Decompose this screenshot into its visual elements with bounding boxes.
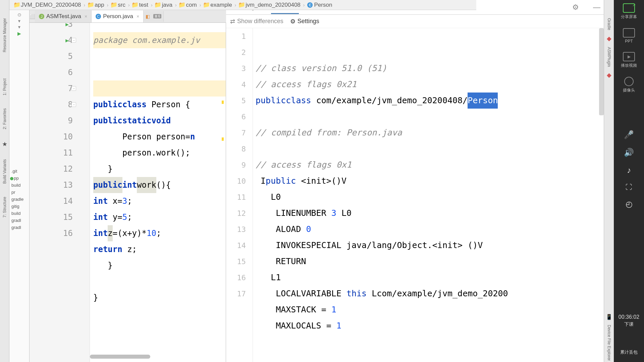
run-icon[interactable]: ▶ <box>17 31 21 36</box>
code-line[interactable]: return z; <box>93 241 226 257</box>
bytecode-line[interactable]: INVOKESPECIAL java/lang/Object.<init> ()… <box>256 237 604 253</box>
vertical-scrollbar[interactable] <box>599 28 604 115</box>
bytecode-line[interactable]: MAXLOCALS = 1 <box>256 318 604 334</box>
bytecode-line[interactable]: MAXSTACK = 1 <box>256 302 604 318</box>
share-screen-button[interactable]: ↗ 分享屏幕 <box>621 3 637 20</box>
marker-icon[interactable] <box>222 101 224 104</box>
expand-icon[interactable]: ▼ <box>17 25 21 29</box>
bytecode-line[interactable]: public class com/example/jvm_demo_202004… <box>256 93 604 109</box>
code-line[interactable] <box>93 80 226 97</box>
folder-icon: 📁 <box>179 2 185 8</box>
tab-person[interactable]: C Person.java × <box>92 10 144 22</box>
expand-icon[interactable]: ⬜ <box>30 14 35 19</box>
tab-label: ASMTest.java <box>46 13 81 20</box>
bytecode-line[interactable]: // compiled from: Person.java <box>256 125 604 141</box>
breadcrumb-item[interactable]: 📁example <box>202 1 234 9</box>
breadcrumb: 📁JVM_DEMO_20200408› 📁app› 📁src› 📁test› 📁… <box>9 0 476 10</box>
tab-bytecode-view[interactable]: ◧ ≣ 6 <box>144 11 164 22</box>
collapse-icon[interactable]: ▼ <box>17 19 21 23</box>
code-line[interactable]: int z=(x+y)*10; <box>93 225 226 241</box>
bytecode-line[interactable]: RETURN <box>256 253 604 269</box>
sidebar-gradle[interactable]: Gradle <box>607 17 611 32</box>
gear-icon[interactable]: ⚙ <box>572 3 579 12</box>
tree-item[interactable]: build <box>10 182 29 189</box>
sidebar-favorites[interactable]: 2: Favorites <box>2 107 7 131</box>
java-file-icon: J <box>39 14 44 19</box>
tree-item[interactable]: gradl <box>10 217 29 224</box>
asm-red-icon[interactable]: ◆ <box>607 71 611 79</box>
close-icon[interactable]: × <box>137 14 139 19</box>
breadcrumb-item[interactable]: 📁jvm_demo_20200408 <box>237 1 303 9</box>
breadcrumb-item[interactable]: 📁java <box>153 1 174 9</box>
asm-red-icon[interactable]: ◆ <box>607 35 611 42</box>
code-line[interactable]: } <box>93 290 226 306</box>
monitor-share-icon: ↗ <box>623 3 635 13</box>
tree-item[interactable]: gitig <box>10 203 29 210</box>
show-differences-button[interactable]: ⇄Show differences <box>230 18 283 25</box>
code-line[interactable]: Person person=n <box>93 129 226 145</box>
music-button[interactable]: ♪ <box>627 166 631 175</box>
target-icon[interactable]: ⊙ <box>17 12 21 17</box>
code-line[interactable]: int y=5; <box>93 209 226 225</box>
bytecode-line[interactable]: // access flags 0x1 <box>256 157 604 173</box>
code-editor[interactable]: 23▶4▶−567−8−910111213141516 package com.… <box>30 0 226 362</box>
folder-icon: 📁 <box>88 2 93 8</box>
mic-button[interactable]: 🎤 <box>624 130 634 139</box>
bytecode-line[interactable]: L1 <box>256 269 604 286</box>
breadcrumb-item[interactable]: CPerson <box>305 1 334 9</box>
code-line[interactable] <box>93 306 226 322</box>
tree-item[interactable]: pr <box>10 189 29 196</box>
sidebar-structure[interactable]: 7: Structure <box>2 195 7 219</box>
horizontal-scrollbar[interactable] <box>90 355 150 359</box>
bytecode-line[interactable]: LINENUMBER 3 L0 <box>256 205 604 221</box>
code-line[interactable]: public static void <box>93 113 226 129</box>
tree-item[interactable]: build <box>10 210 29 217</box>
code-line[interactable]: int x=3; <box>93 193 226 209</box>
bytecode-area[interactable]: 1234567891011121314151617 // class versi… <box>226 28 604 362</box>
ppt-button[interactable]: PPT <box>623 28 635 44</box>
bytecode-line[interactable]: L0 <box>256 189 604 205</box>
bytecode-line[interactable]: // access flags 0x21 <box>256 76 604 93</box>
sidebar-asmplugin[interactable]: ASMPlugin <box>607 46 611 68</box>
breadcrumb-item[interactable]: 📁com <box>177 1 199 9</box>
bytecode-line[interactable] <box>256 141 604 157</box>
sidebar-build-variants[interactable]: Build Variants <box>2 158 7 185</box>
device-icon[interactable]: 📱 <box>606 314 612 320</box>
sidebar-device-explorer[interactable]: Device File Explorer <box>607 323 611 362</box>
tree-item[interactable]: gradl <box>10 224 29 231</box>
play-video-button[interactable]: ▶ 播放视频 <box>621 52 637 68</box>
code-content[interactable]: package com.example.jv public class Pers… <box>90 0 226 362</box>
clock-button[interactable]: ◴ <box>626 199 633 209</box>
expand-icon: ⛶ <box>626 183 632 191</box>
speaker-button[interactable]: 🔊 <box>624 148 634 157</box>
close-icon[interactable]: × <box>85 14 87 19</box>
tree-item[interactable]: .git <box>10 168 29 175</box>
camera-button[interactable]: 摄像头 <box>623 77 635 93</box>
code-line[interactable] <box>93 274 226 290</box>
speaker-icon: 🔊 <box>624 148 634 157</box>
editor-tabs: ⬜ J ASMTest.java × C Person.java × ◧ ≣ 6 <box>30 10 226 23</box>
minimize-icon[interactable]: — <box>593 3 600 12</box>
bytecode-line[interactable]: ALOAD 0 <box>256 221 604 237</box>
settings-button[interactable]: ⚙Settings <box>290 18 319 25</box>
bytecode-line[interactable] <box>256 109 604 125</box>
marker-icon[interactable] <box>222 137 224 141</box>
tree-item[interactable]: gradle <box>10 196 29 203</box>
breadcrumb-item[interactable]: 📁test <box>130 1 150 9</box>
code-line[interactable]: public int work(){ <box>93 177 226 193</box>
code-line[interactable]: } <box>93 257 226 274</box>
sidebar-project[interactable]: 1: Project <box>2 77 7 97</box>
bytecode-line[interactable]: LOCALVARIABLE this Lcom/example/jvm_demo… <box>256 286 604 302</box>
tab-asmtest[interactable]: J ASMTest.java × <box>35 10 92 22</box>
expand-button[interactable]: ⛶ <box>626 183 632 191</box>
code-line[interactable]: person.work(); <box>93 145 226 161</box>
breadcrumb-item[interactable]: 📁src <box>109 1 127 9</box>
gear-icon: ⚙ <box>290 18 296 25</box>
sidebar-resource-manager[interactable]: Resource Manager <box>2 17 7 54</box>
bytecode-line[interactable]: Ipublic <init>()V <box>256 173 604 189</box>
code-line[interactable]: public class Person { <box>93 97 226 113</box>
bytecode-line[interactable]: // class version 51.0 (51) <box>256 60 604 76</box>
code-line[interactable]: } <box>93 161 226 177</box>
breadcrumb-item[interactable]: 📁JVM_DEMO_20200408 <box>12 1 83 9</box>
breadcrumb-item[interactable]: 📁app <box>86 1 106 9</box>
